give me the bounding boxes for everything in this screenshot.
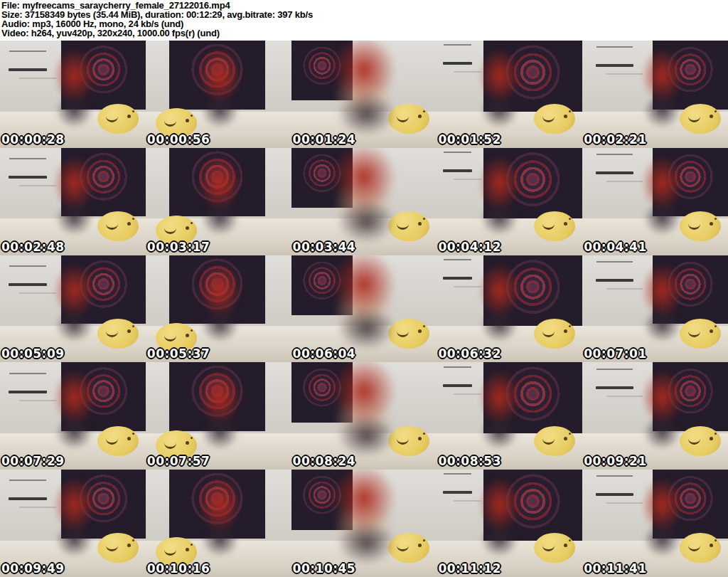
timestamp-overlay: 00:11:41 xyxy=(584,561,647,576)
timestamp-overlay: 00:04:12 xyxy=(438,240,501,254)
video-thumbnail[interactable]: 00:09:21 xyxy=(582,362,728,470)
video-thumbnail[interactable]: 00:11:41 xyxy=(582,470,728,577)
video-thumbnail[interactable]: 00:02:21 xyxy=(582,41,728,148)
video-thumbnail[interactable]: 00:04:41 xyxy=(582,148,728,255)
timestamp-overlay: 00:01:52 xyxy=(438,132,501,147)
timestamp-overlay: 00:10:16 xyxy=(147,561,210,576)
video-thumbnail[interactable]: 00:10:16 xyxy=(146,470,291,577)
video-thumbnail[interactable]: 00:08:24 xyxy=(291,362,437,470)
timestamp-overlay: 00:01:24 xyxy=(293,132,356,147)
video-thumbnail[interactable]: 00:08:53 xyxy=(437,362,582,470)
timestamp-overlay: 00:04:41 xyxy=(584,240,647,254)
timestamp-overlay: 00:03:17 xyxy=(147,240,210,254)
timestamp-overlay: 00:06:32 xyxy=(438,346,501,361)
file-info-header: File: myfreecams_saraycherry_female_2712… xyxy=(0,0,728,41)
video-thumbnail[interactable]: 00:05:09 xyxy=(0,255,146,363)
timestamp-overlay: 00:08:24 xyxy=(293,454,356,468)
video-thumbnail[interactable]: 00:07:57 xyxy=(146,362,291,470)
video-thumbnail[interactable]: 00:02:48 xyxy=(0,148,146,255)
video-thumbnail[interactable]: 00:11:12 xyxy=(437,470,582,577)
video-thumbnail[interactable]: 00:00:56 xyxy=(146,41,291,148)
video-thumbnail[interactable]: 00:01:52 xyxy=(437,41,582,148)
video-thumbnail[interactable]: 00:06:32 xyxy=(437,255,582,363)
timestamp-overlay: 00:09:21 xyxy=(584,454,647,468)
timestamp-overlay: 00:03:44 xyxy=(293,240,356,254)
thumbnail-grid: 00:00:28 00:00:56 00:01:24 00:01:52 00:0… xyxy=(0,41,728,577)
video-thumbnail[interactable]: 00:06:04 xyxy=(291,255,437,363)
video-thumbnail[interactable]: 00:00:28 xyxy=(0,41,146,148)
video-thumbnail[interactable]: 00:09:49 xyxy=(0,470,146,577)
timestamp-overlay: 00:06:04 xyxy=(293,346,356,361)
timestamp-overlay: 00:07:57 xyxy=(147,454,210,468)
timestamp-overlay: 00:09:49 xyxy=(1,561,65,576)
timestamp-overlay: 00:02:48 xyxy=(1,240,65,254)
video-thumbnail[interactable]: 00:07:29 xyxy=(0,362,146,470)
timestamp-overlay: 00:00:56 xyxy=(147,132,210,147)
timestamp-overlay: 00:05:09 xyxy=(1,346,65,361)
timestamp-overlay: 00:00:28 xyxy=(1,132,65,147)
video-thumbnail[interactable]: 00:04:12 xyxy=(437,148,582,255)
timestamp-overlay: 00:08:53 xyxy=(438,454,501,468)
video-thumbnail[interactable]: 00:10:45 xyxy=(291,470,437,577)
timestamp-overlay: 00:11:12 xyxy=(438,561,501,576)
timestamp-overlay: 00:07:01 xyxy=(584,346,647,361)
video-thumbnail[interactable]: 00:01:24 xyxy=(291,41,437,148)
timestamp-overlay: 00:05:37 xyxy=(147,346,210,361)
video-thumbnail[interactable]: 00:03:44 xyxy=(291,148,437,255)
video-thumbnail[interactable]: 00:05:37 xyxy=(146,255,291,363)
video-thumbnail[interactable]: 00:03:17 xyxy=(146,148,291,255)
video-thumbnail[interactable]: 00:07:01 xyxy=(582,255,728,363)
video-info-line: Video: h264, yuv420p, 320x240, 1000.00 f… xyxy=(1,28,728,38)
timestamp-overlay: 00:07:29 xyxy=(1,454,65,468)
timestamp-overlay: 00:02:21 xyxy=(584,132,647,147)
timestamp-overlay: 00:10:45 xyxy=(293,561,356,576)
